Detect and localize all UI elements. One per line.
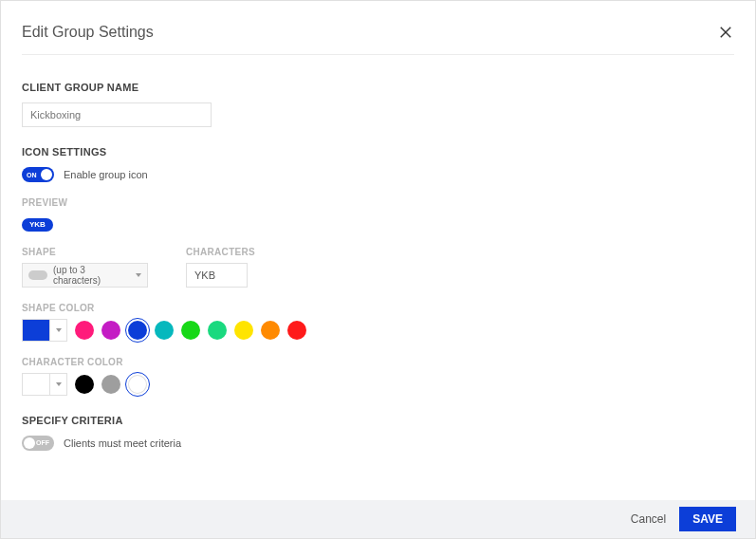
character-color-label: CHARACTER COLOR: [22, 357, 734, 367]
chevron-down-icon: [56, 382, 62, 386]
toggle-knob: [24, 437, 35, 449]
shape-color-label: SHAPE COLOR: [22, 303, 734, 313]
toggle-knob: [41, 169, 52, 180]
character-color-swatch[interactable]: [101, 375, 120, 394]
shape-label: SHAPE: [22, 247, 148, 257]
shape-color-row: [22, 319, 734, 342]
chevron-down-icon: [136, 273, 141, 277]
shape-color-swatch[interactable]: [261, 321, 280, 340]
character-color-current: [23, 374, 49, 395]
shape-color-swatch[interactable]: [287, 321, 306, 340]
character-color-swatch[interactable]: [128, 375, 147, 394]
close-icon: [717, 24, 734, 41]
toggle-on-label: ON: [27, 172, 37, 178]
shape-color-swatch[interactable]: [234, 321, 253, 340]
shape-color-swatch[interactable]: [128, 321, 147, 340]
footer: Cancel SAVE: [1, 500, 755, 538]
characters-label: CHARACTERS: [186, 247, 255, 257]
group-name-input[interactable]: [22, 102, 212, 127]
shape-color-swatch[interactable]: [155, 321, 174, 340]
shape-color-swatch[interactable]: [75, 321, 94, 340]
group-name-label: CLIENT GROUP NAME: [22, 82, 734, 93]
shape-select[interactable]: (up to 3 characters): [22, 263, 148, 288]
pill-shape-icon: [28, 270, 47, 280]
enable-icon-toggle[interactable]: ON: [22, 167, 54, 182]
preview-label: PREVIEW: [22, 197, 734, 208]
cancel-button[interactable]: Cancel: [631, 512, 666, 526]
icon-settings-label: ICON SETTINGS: [22, 146, 734, 158]
character-color-select[interactable]: [22, 373, 67, 396]
shape-color-swatch[interactable]: [101, 321, 120, 340]
character-color-row: [22, 373, 734, 396]
save-button[interactable]: SAVE: [679, 507, 736, 531]
shape-color-current: [23, 320, 49, 341]
shape-color-swatch[interactable]: [181, 321, 200, 340]
close-button[interactable]: [717, 24, 734, 41]
criteria-toggle[interactable]: OFF: [22, 436, 54, 451]
page-title: Edit Group Settings: [22, 24, 154, 41]
toggle-off-label: OFF: [36, 439, 49, 446]
criteria-label: SPECIFY CRITERIA: [22, 415, 734, 426]
enable-icon-text: Enable group icon: [64, 169, 148, 180]
chevron-down-icon: [56, 328, 62, 332]
shape-select-text: (up to 3 characters): [53, 265, 130, 286]
criteria-text: Clients must meet criteria: [64, 437, 181, 449]
shape-color-select[interactable]: [22, 319, 67, 342]
shape-color-swatch[interactable]: [208, 321, 227, 340]
characters-input[interactable]: [186, 263, 248, 288]
character-color-swatch[interactable]: [75, 375, 94, 394]
preview-badge: YKB: [22, 218, 53, 232]
